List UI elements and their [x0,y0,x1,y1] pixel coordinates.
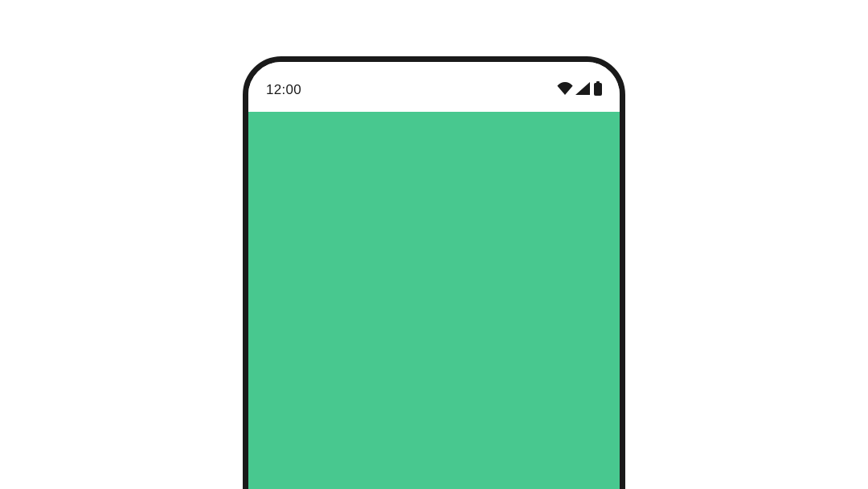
phone-device-frame: 12:00 [243,56,625,489]
cellular-signal-icon [575,82,590,98]
status-bar: 12:00 [248,62,620,112]
svg-rect-0 [594,83,602,96]
battery-icon [592,81,602,99]
svg-rect-1 [596,81,600,84]
status-time: 12:00 [266,82,301,98]
app-content-area [248,112,620,489]
status-icons-group [557,81,602,99]
wifi-icon [557,82,573,98]
